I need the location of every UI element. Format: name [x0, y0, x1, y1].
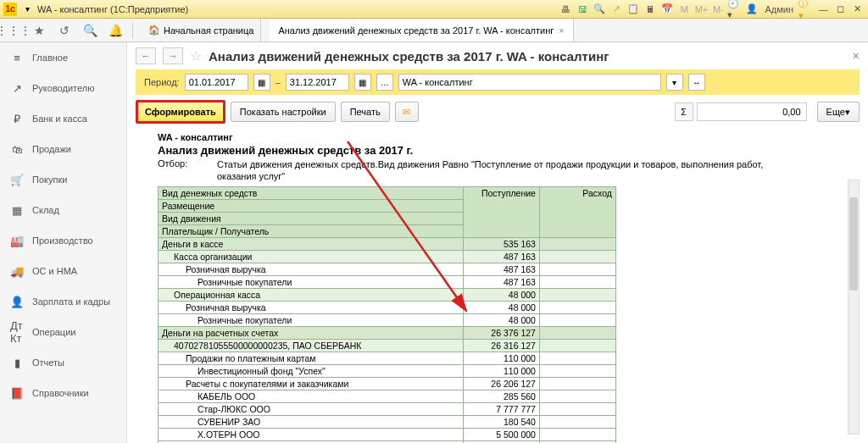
table-row[interactable]: Касса организации487 163: [159, 250, 616, 263]
table-row[interactable]: КАБЕЛЬ ООО285 560: [159, 390, 616, 402]
star-icon[interactable]: ★: [31, 22, 47, 39]
search-icon[interactable]: 🔍: [592, 3, 607, 16]
row-value: 7 777 777: [463, 402, 539, 415]
company-input[interactable]: [398, 74, 661, 91]
clock-icon[interactable]: 🕘▾: [727, 3, 743, 16]
sidebar-item-3[interactable]: 🛍Продажи: [0, 134, 126, 164]
sidebar-item-6[interactable]: 🏭Производство: [0, 225, 126, 256]
row-label: Розничная выручка: [159, 301, 464, 313]
home-tab[interactable]: 🏠 Начальная страница: [142, 19, 261, 42]
row-label: Инвестиционный фонд "Успех": [159, 364, 464, 377]
close-page-icon[interactable]: ×: [853, 49, 860, 63]
report-filter: Отбор: Статьи движения денежных средств.…: [158, 158, 768, 183]
sidebar-label: Отчеты: [32, 357, 64, 368]
sidebar-item-5[interactable]: ▦Склад: [0, 195, 126, 225]
print-icon[interactable]: 🖶: [558, 3, 573, 16]
link-icon[interactable]: ↗: [609, 3, 624, 16]
sidebar-item-10[interactable]: ▮Отчеты: [0, 347, 126, 378]
sidebar: ≡Главное↗Руководителю₽Банк и касса🛍Прода…: [0, 42, 127, 443]
info-icon[interactable]: ⓘ ▾: [798, 3, 814, 16]
row-label: Стар-ЛЮКС ООО: [159, 402, 464, 415]
sidebar-item-0[interactable]: ≡Главное: [0, 42, 126, 73]
generate-button[interactable]: Сформировать: [136, 100, 225, 124]
sidebar-icon: 🛍: [10, 142, 24, 156]
row-label: Расчеты с покупателями и заказчиками: [159, 377, 464, 390]
sidebar-item-4[interactable]: 🛒Покупки: [0, 164, 126, 195]
mail-button[interactable]: ✉: [395, 102, 419, 122]
header-out: Расход: [539, 186, 615, 237]
window-title: WA - консалтинг (1С:Предприятие): [37, 4, 558, 14]
table-row[interactable]: Инвестиционный фонд "Успех"110 000: [159, 364, 616, 377]
history-icon[interactable]: ↺: [56, 22, 73, 39]
back-button[interactable]: ←: [136, 47, 156, 64]
date-to-input[interactable]: [286, 74, 349, 91]
calendar-icon[interactable]: 📅: [659, 3, 675, 16]
table-row[interactable]: Расчеты с покупателями и заказчиками26 2…: [159, 377, 616, 390]
table-row[interactable]: Розничная выручка48 000: [159, 301, 616, 313]
company-open-icon[interactable]: ↔: [688, 74, 705, 91]
sidebar-label: Руководителю: [32, 83, 94, 93]
more-button[interactable]: Еще ▾: [817, 102, 860, 122]
sum-icon[interactable]: Σ: [675, 102, 693, 121]
bell-icon[interactable]: 🔔: [107, 22, 124, 39]
clipboard-icon[interactable]: 📋: [626, 3, 641, 16]
table-row[interactable]: Деньги на расчетных счетах26 376 127: [159, 326, 616, 339]
table-row[interactable]: Стар-ЛЮКС ООО7 777 777: [159, 402, 616, 415]
show-settings-button[interactable]: Показать настройки: [231, 102, 336, 122]
mminus-icon[interactable]: M-: [710, 3, 726, 16]
table-row[interactable]: Деньги в кассе535 163: [159, 237, 616, 250]
minimize-icon[interactable]: —: [815, 3, 831, 16]
sidebar-icon: 🚚: [10, 264, 24, 278]
table-row[interactable]: Розничные покупатели487 163: [159, 275, 616, 288]
sidebar-item-7[interactable]: 🚚ОС и НМА: [0, 256, 126, 286]
vertical-scrollbar[interactable]: [848, 180, 860, 435]
dropdown-icon[interactable]: ▾: [20, 3, 34, 16]
header-place: Размещение: [159, 199, 464, 212]
sum-input[interactable]: [697, 102, 807, 121]
save-icon[interactable]: 🖫: [575, 3, 590, 16]
tab-close-icon[interactable]: ×: [559, 25, 564, 36]
table-row[interactable]: Х.ОТЕРН ООО5 500 000: [159, 428, 616, 440]
sidebar-label: Зарплата и кадры: [32, 296, 110, 307]
row-out: [539, 263, 615, 275]
sidebar-item-9[interactable]: Дт КтОперации: [0, 317, 126, 347]
active-tab[interactable]: Анализ движений денежных средств за 2017…: [270, 19, 573, 42]
titlebar-tools: 🖶 🖫 🔍 ↗ 📋 🖩 📅 M M+ M- 🕘▾ 👤 Админ ⓘ ▾ — ◻…: [558, 3, 865, 16]
period-picker-button[interactable]: …: [376, 74, 393, 91]
favorite-icon[interactable]: ☆: [190, 48, 202, 64]
row-value: 535 163: [463, 237, 539, 250]
sidebar-item-1[interactable]: ↗Руководителю: [0, 73, 126, 103]
company-dropdown-icon[interactable]: ▾: [666, 74, 683, 91]
search2-icon[interactable]: 🔍: [81, 22, 98, 39]
date-from-input[interactable]: [185, 74, 248, 91]
row-label: СУВЕНИР ЗАО: [159, 415, 464, 428]
header-in: Поступление: [463, 186, 539, 237]
table-row[interactable]: 40702781055500000000235, ПАО СБЕРБАНК26 …: [159, 339, 616, 352]
row-out: [539, 301, 615, 313]
m-icon[interactable]: M: [676, 3, 692, 16]
user-icon[interactable]: 👤: [744, 3, 760, 16]
sidebar-item-8[interactable]: 👤Зарплата и кадры: [0, 286, 126, 317]
header-payer: Плательщик / Получатель: [159, 224, 464, 237]
date-to-calendar-icon[interactable]: ▦: [354, 74, 371, 91]
print-button[interactable]: Печать: [341, 102, 390, 122]
table-row[interactable]: Операционная касса48 000: [159, 288, 616, 301]
header-movementtype: Вид движения: [159, 212, 464, 224]
period-label: Период:: [144, 77, 180, 87]
table-row[interactable]: Продажи по платежным картам110 000: [159, 352, 616, 364]
sidebar-item-2[interactable]: ₽Банк и касса: [0, 103, 126, 134]
sidebar-item-11[interactable]: 📕Справочники: [0, 378, 126, 408]
mplus-icon[interactable]: M+: [693, 3, 709, 16]
close-window-icon[interactable]: ✕: [849, 3, 865, 16]
row-label: КАБЕЛЬ ООО: [159, 390, 464, 402]
apps-icon[interactable]: ⋮⋮⋮: [5, 22, 22, 39]
table-row[interactable]: Розничная выручка487 163: [159, 263, 616, 275]
scrollbar-thumb[interactable]: [849, 197, 858, 291]
date-from-calendar-icon[interactable]: ▦: [253, 74, 270, 91]
calc-icon[interactable]: 🖩: [643, 3, 658, 16]
maximize-icon[interactable]: ◻: [832, 3, 848, 16]
table-row[interactable]: СУВЕНИР ЗАО180 540: [159, 415, 616, 428]
forward-button[interactable]: →: [163, 47, 183, 64]
content-area: ← → ☆ Анализ движений денежных средств з…: [127, 42, 868, 443]
table-row[interactable]: Розничные покупатели48 000: [159, 313, 616, 326]
